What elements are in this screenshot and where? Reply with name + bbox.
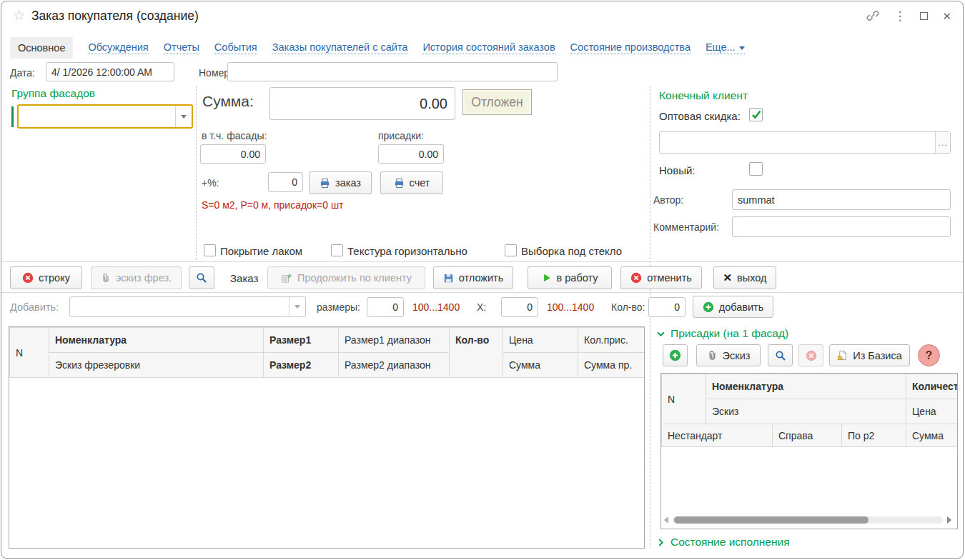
add-button[interactable]: добавить (693, 296, 773, 318)
additives-section-header[interactable]: Присадки (на 1 фасад) (656, 327, 788, 340)
wholesale-label: Оптовая скидка: (659, 110, 741, 122)
additives-col-sketch: Эскиз (706, 399, 906, 424)
order-group-label: Заказ (230, 272, 258, 284)
tab-discussions[interactable]: Обсуждения (88, 41, 148, 54)
lacquer-label: Покрытие лаком (220, 245, 302, 257)
separator-horizontal-1 (1, 261, 964, 262)
percent-label: +%: (202, 177, 219, 189)
sum-input[interactable] (269, 87, 455, 120)
help-button[interactable]: ? (918, 344, 940, 366)
qty-input[interactable] (648, 297, 686, 317)
percent-input[interactable] (268, 172, 303, 192)
size2-input[interactable] (501, 297, 538, 317)
chevron-right-icon (656, 538, 665, 547)
page-title: Заказ покупателя (создание) (31, 9, 199, 24)
additives-table[interactable]: N Номенклатура Количество Эскиз Цена Нес… (660, 373, 958, 529)
exit-button[interactable]: ✕ выход (713, 266, 776, 289)
tab-more[interactable]: Еще... (706, 41, 745, 54)
separator-vertical-right (650, 86, 650, 549)
separator-vertical-left (196, 86, 197, 260)
tab-production-state[interactable]: Состояние производства (570, 41, 691, 54)
additives-add-button[interactable] (663, 344, 688, 366)
col-header-size1-range: Размер1 диапазон (339, 328, 450, 353)
more-menu-icon[interactable]: ⋮ (894, 10, 906, 22)
tab-main[interactable]: Основное (10, 37, 73, 59)
link-icon[interactable] (866, 9, 879, 22)
additives-col-sum: Сумма (906, 424, 959, 447)
additives-sketch-button[interactable]: Эскиз (696, 344, 761, 366)
green-plus-circle-icon (669, 349, 681, 361)
to-work-button[interactable]: в работу (528, 266, 612, 289)
red-cross-circle-icon (630, 272, 642, 284)
from-basis-button[interactable]: Из Базиса (829, 344, 910, 366)
comment-input[interactable] (732, 216, 951, 237)
client-lookup-button[interactable]: ... (935, 132, 950, 153)
add-label: Добавить: (10, 301, 59, 313)
maximize-icon[interactable] (920, 12, 928, 20)
incl-facades-label: в т.ч. фасады: (202, 130, 267, 141)
sketch-milling-button[interactable]: эскиз фрез. (91, 266, 182, 289)
delete-row-button[interactable]: строку (10, 266, 82, 289)
hold-order-button[interactable]: отложить (433, 266, 513, 289)
additives-col-right: Справа (773, 424, 842, 447)
facade-group-combo[interactable] (17, 104, 193, 129)
tab-order-history[interactable]: История состояний заказов (422, 41, 555, 54)
date-input[interactable] (46, 62, 174, 81)
add-nomenclature-input[interactable] (70, 297, 289, 316)
search-button[interactable] (189, 266, 214, 289)
execution-section-header[interactable]: Состояние исполнения (656, 536, 790, 549)
red-cross-circle-icon (22, 272, 34, 284)
incl-facades-input[interactable] (200, 144, 266, 164)
author-input[interactable] (732, 189, 951, 210)
scrollbar-track[interactable] (673, 516, 943, 524)
date-label: Дата: (10, 67, 35, 79)
cancel-order-button[interactable]: отменить (620, 266, 702, 289)
print-invoice-button[interactable]: счет (380, 171, 443, 194)
add-nomenclature-combo[interactable] (69, 296, 306, 317)
wholesale-checkbox[interactable] (749, 108, 763, 121)
new-client-label: Новый: (659, 164, 695, 176)
glass-checkbox[interactable] (505, 244, 517, 256)
size2-range-hint: 100...1400 (547, 301, 594, 313)
order-form-window: ☆ Заказ покупателя (создание) ⋮ ✕ Основн… (1, 1, 964, 559)
paperclip-icon (101, 273, 111, 283)
additives-delete-button[interactable] (798, 344, 823, 366)
scroll-left-arrow[interactable] (664, 516, 668, 524)
play-icon (542, 273, 552, 283)
paperclip-icon (707, 350, 718, 361)
add-combo-dropdown-button[interactable] (289, 297, 305, 316)
lacquer-checkbox[interactable] (204, 244, 216, 256)
search-icon (775, 350, 786, 361)
client-field[interactable]: ... (659, 131, 951, 154)
tab-reports[interactable]: Отчеты (164, 41, 199, 54)
tab-events[interactable]: События (214, 41, 257, 54)
tab-bar: Основное Обсуждения Отчеты События Заказ… (10, 37, 745, 59)
horizontal-scrollbar[interactable] (664, 515, 951, 525)
additives-sum-input[interactable] (378, 144, 444, 164)
facade-group-label: Группа фасадов (11, 87, 95, 100)
size1-input[interactable] (367, 297, 404, 317)
scroll-right-arrow[interactable] (947, 516, 951, 524)
sizes-label: размеры: (317, 301, 360, 313)
new-client-checkbox[interactable] (749, 162, 763, 176)
print-order-button[interactable]: заказ (309, 171, 372, 194)
col-header-qty: Кол-во (450, 328, 503, 378)
additives-search-button[interactable] (768, 344, 793, 366)
close-icon[interactable]: ✕ (942, 11, 951, 21)
client-input[interactable] (660, 132, 935, 153)
favorite-star-icon[interactable]: ☆ (13, 9, 25, 22)
facade-group-input[interactable] (19, 106, 175, 127)
scrollbar-thumb[interactable] (674, 516, 868, 524)
execution-title: Состояние исполнения (670, 536, 790, 549)
green-plus-circle-icon (703, 301, 714, 313)
continue-by-client-button[interactable]: Продолжить по клиенту (267, 266, 425, 289)
status-badge: Отложен (462, 89, 532, 115)
order-items-table[interactable]: N Номенклатура Размер1 Размер1 диапазон … (9, 326, 645, 549)
number-input[interactable] (227, 62, 558, 81)
texture-checkbox[interactable] (331, 244, 343, 256)
tab-site-orders[interactable]: Заказы покупателей с сайта (272, 41, 408, 54)
additives-col-price: Цена (906, 399, 959, 424)
size1-range-hint: 100...1400 (412, 301, 460, 313)
additives-title: Присадки (на 1 фасад) (670, 327, 788, 340)
facade-group-dropdown-button[interactable] (175, 106, 192, 127)
